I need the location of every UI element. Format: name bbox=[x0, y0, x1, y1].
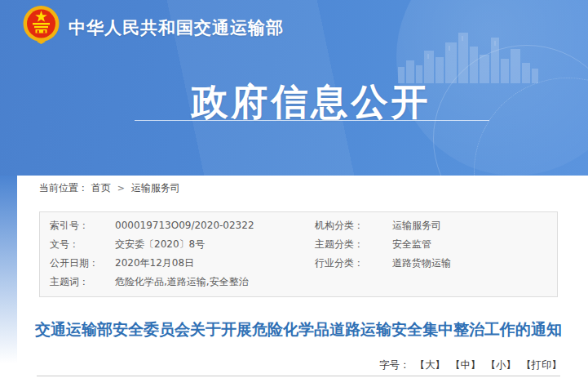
meta-value: 道路货物运输 bbox=[392, 254, 557, 273]
table-row: 主题词： 危险化学品,道路运输,安全整治 bbox=[40, 273, 557, 291]
meta-label: 公开日期： bbox=[50, 254, 115, 273]
content-panel: 当前位置： 首页 > 运输服务司 索引号： 000019713O09/2020-… bbox=[17, 176, 580, 387]
meta-value bbox=[392, 273, 557, 291]
breadcrumb-label: 当前位置： bbox=[39, 182, 88, 194]
breadcrumb-current-link[interactable]: 运输服务司 bbox=[131, 182, 180, 194]
meta-value: 2020年12月08日 bbox=[115, 254, 315, 273]
meta-label: 文号： bbox=[50, 235, 115, 254]
breadcrumb-home-link[interactable]: 首页 bbox=[91, 182, 111, 194]
fontsize-small-button[interactable]: 【小】 bbox=[486, 358, 517, 371]
header-banner: 中华人民共和国交通运输部 政府信息公开 bbox=[0, 0, 588, 176]
fontsize-toolbar: 字号：【大】【中】【小】【打印】 bbox=[17, 358, 580, 371]
city-skyline-decoration bbox=[398, 26, 541, 83]
document-title: 交通运输部安全委员会关于开展危险化学品道路运输安全集中整治工作的通知 bbox=[33, 318, 564, 340]
table-row: 索引号： 000019713O09/2020-02322 机构分类： 运输服务司 bbox=[40, 216, 557, 235]
toolbar-divider bbox=[37, 376, 560, 376]
meta-label bbox=[315, 273, 392, 291]
meta-label: 主题分类： bbox=[315, 235, 392, 254]
page: 中华人民共和国交通运输部 政府信息公开 当前位置： 首页 > 运输服务司 索引号… bbox=[0, 0, 588, 387]
title-underline bbox=[135, 120, 489, 121]
meta-label: 行业分类： bbox=[315, 254, 392, 273]
document-meta-table: 索引号： 000019713O09/2020-02322 机构分类： 运输服务司… bbox=[39, 211, 558, 297]
meta-label: 机构分类： bbox=[315, 216, 392, 235]
print-button[interactable]: 【打印】 bbox=[521, 358, 562, 371]
breadcrumb-separator: > bbox=[117, 183, 125, 194]
background-fade bbox=[0, 176, 17, 363]
national-emblem-icon bbox=[23, 5, 60, 44]
fontsize-label: 字号： bbox=[379, 358, 410, 371]
site-name: 中华人民共和国交通运输部 bbox=[69, 16, 284, 39]
meta-value: 000019713O09/2020-02322 bbox=[115, 216, 315, 235]
meta-value: 安全监管 bbox=[392, 235, 557, 254]
meta-value: 运输服务司 bbox=[392, 216, 557, 235]
meta-value: 交安委〔2020〕8号 bbox=[115, 235, 315, 254]
breadcrumb: 当前位置： 首页 > 运输服务司 bbox=[17, 176, 580, 195]
fontsize-medium-button[interactable]: 【中】 bbox=[450, 358, 481, 371]
fontsize-large-button[interactable]: 【大】 bbox=[415, 358, 446, 371]
meta-label: 索引号： bbox=[50, 216, 115, 235]
meta-label: 主题词： bbox=[50, 273, 115, 291]
page-title: 政府信息公开 bbox=[0, 78, 588, 127]
table-row: 公开日期： 2020年12月08日 行业分类： 道路货物运输 bbox=[40, 254, 557, 273]
meta-value: 危险化学品,道路运输,安全整治 bbox=[115, 273, 315, 291]
table-row: 文号： 交安委〔2020〕8号 主题分类： 安全监管 bbox=[40, 235, 557, 254]
